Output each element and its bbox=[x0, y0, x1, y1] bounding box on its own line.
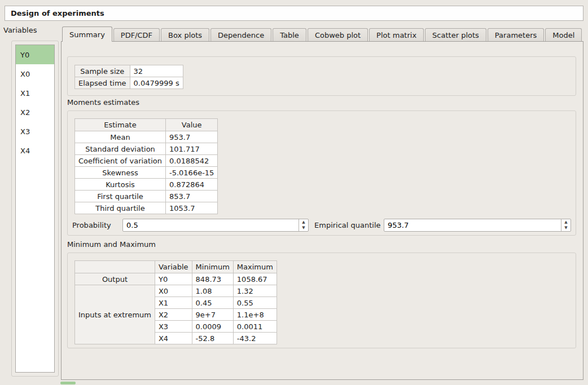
table-row: Mean 953.7 bbox=[75, 131, 218, 143]
table-row: Coefficient of variation 0.0188542 bbox=[75, 155, 218, 167]
table-row: Output Y0 848.73 1058.67 bbox=[75, 273, 277, 285]
moment-name: Skewness bbox=[75, 167, 166, 179]
probability-spinbox[interactable]: ▲ ▼ bbox=[122, 219, 309, 232]
probability-label: Probability bbox=[72, 219, 111, 232]
minmax-min: 9e+7 bbox=[192, 309, 233, 321]
table-header-row: Variable Minimum Maximum bbox=[75, 261, 277, 273]
table-row: Inputs at extremum X0 1.08 1.32 bbox=[75, 285, 277, 297]
moment-value: 1053.7 bbox=[165, 202, 217, 214]
spin-down-icon: ▼ bbox=[302, 226, 305, 230]
minmax-group-output: Output bbox=[75, 273, 155, 285]
run-info-table: Sample size 32 Elapsed time 0.0479999 s bbox=[74, 65, 183, 89]
run-info-value: 0.0479999 s bbox=[130, 77, 183, 89]
moments-groupbox: Estimate Value Mean 953.7 Standard devia… bbox=[67, 110, 576, 236]
tab-summary[interactable]: Summary bbox=[62, 26, 112, 42]
minmax-variable: X4 bbox=[155, 333, 192, 344]
moment-name: Standard deviation bbox=[75, 143, 166, 155]
moment-name: Kurtosis bbox=[75, 179, 166, 191]
variable-item-x3[interactable]: X3 bbox=[16, 122, 54, 141]
variables-list[interactable]: Y0 X0 X1 X2 X3 X4 bbox=[15, 45, 55, 373]
minmax-max: 0.55 bbox=[233, 297, 277, 309]
moment-value: 853.7 bbox=[165, 191, 217, 202]
table-row: Elapsed time 0.0479999 s bbox=[75, 77, 183, 89]
empirical-quantile-spinbox[interactable]: ▲ ▼ bbox=[384, 219, 571, 232]
empirical-quantile-spin-buttons: ▲ ▼ bbox=[561, 219, 571, 231]
tab-bar: Summary PDF/CDF Box plots Dependence Tab… bbox=[62, 26, 583, 42]
hscroll-thumb[interactable] bbox=[60, 382, 76, 384]
variable-item-label: Y0 bbox=[20, 51, 29, 59]
table-row: Third quartile 1053.7 bbox=[75, 202, 218, 214]
minmax-min: 0.0009 bbox=[192, 321, 233, 333]
tab-dependence[interactable]: Dependence bbox=[210, 28, 271, 41]
minmax-header-corner bbox=[75, 261, 155, 273]
spin-down-button[interactable]: ▼ bbox=[561, 225, 571, 232]
minmax-variable: X0 bbox=[155, 285, 192, 297]
minmax-variable: X2 bbox=[155, 309, 192, 321]
tab-scatter-plots[interactable]: Scatter plots bbox=[425, 28, 486, 41]
moments-header-estimate: Estimate bbox=[75, 119, 166, 131]
minmax-variable: X1 bbox=[155, 297, 192, 309]
moment-value: 0.872864 bbox=[165, 179, 217, 191]
moments-section-label: Moments estimates bbox=[67, 98, 139, 107]
variable-item-label: X4 bbox=[20, 147, 30, 155]
summary-tab-panel: Sample size 32 Elapsed time 0.0479999 s … bbox=[61, 41, 583, 380]
moment-value: 0.0188542 bbox=[165, 155, 217, 167]
minmax-max: 1.32 bbox=[233, 285, 277, 297]
moment-name: First quartile bbox=[75, 191, 166, 202]
table-row: Sample size 32 bbox=[75, 65, 183, 77]
minmax-max: 1.1e+8 bbox=[233, 309, 277, 321]
variable-item-x4[interactable]: X4 bbox=[16, 141, 54, 160]
variable-item-label: X2 bbox=[20, 108, 30, 117]
run-info-label: Sample size bbox=[75, 65, 130, 77]
minmax-min: 1.08 bbox=[192, 285, 233, 297]
minmax-header-maximum: Maximum bbox=[233, 261, 277, 273]
minmax-group-inputs: Inputs at extremum bbox=[75, 285, 155, 344]
tab-table[interactable]: Table bbox=[273, 28, 306, 41]
variable-item-y0[interactable]: Y0 bbox=[16, 45, 54, 64]
minmax-header-variable: Variable bbox=[155, 261, 192, 273]
minmax-section-label: Minimum and Maximum bbox=[67, 240, 156, 249]
probability-spin-buttons: ▲ ▼ bbox=[299, 219, 308, 231]
tab-pdf-cdf[interactable]: PDF/CDF bbox=[113, 28, 160, 41]
minmax-variable: Y0 bbox=[155, 273, 192, 285]
probability-input[interactable] bbox=[123, 219, 299, 231]
tab-parameters[interactable]: Parameters bbox=[488, 28, 544, 41]
moment-name: Mean bbox=[75, 131, 166, 143]
run-info-value: 32 bbox=[130, 65, 183, 77]
variable-item-label: X1 bbox=[20, 89, 30, 98]
spin-down-icon: ▼ bbox=[564, 226, 567, 230]
minmax-max: 1058.67 bbox=[233, 273, 277, 285]
minmax-header-minimum: Minimum bbox=[192, 261, 233, 273]
spin-up-icon: ▲ bbox=[302, 220, 305, 224]
spin-up-icon: ▲ bbox=[564, 220, 567, 224]
empirical-quantile-input[interactable] bbox=[384, 219, 561, 231]
run-info-label: Elapsed time bbox=[75, 77, 130, 89]
table-row: Kurtosis 0.872864 bbox=[75, 179, 218, 191]
moments-table: Estimate Value Mean 953.7 Standard devia… bbox=[74, 118, 218, 214]
moments-header-value: Value bbox=[165, 119, 217, 131]
moment-value: 953.7 bbox=[165, 131, 217, 143]
tab-model[interactable]: Model bbox=[545, 28, 582, 41]
table-row: Standard deviation 101.717 bbox=[75, 143, 218, 155]
variable-item-x2[interactable]: X2 bbox=[16, 103, 54, 122]
tab-box-plots[interactable]: Box plots bbox=[161, 28, 209, 41]
run-info-groupbox: Sample size 32 Elapsed time 0.0479999 s bbox=[67, 56, 576, 96]
spin-up-button[interactable]: ▲ bbox=[561, 219, 571, 225]
minmax-min: 0.45 bbox=[192, 297, 233, 309]
moment-value: -5.0166e-15 bbox=[165, 167, 217, 179]
tab-plot-matrix[interactable]: Plot matrix bbox=[369, 28, 424, 41]
tab-cobweb-plot[interactable]: Cobweb plot bbox=[308, 28, 368, 41]
moment-name: Coefficient of variation bbox=[75, 155, 166, 167]
spin-down-button[interactable]: ▼ bbox=[299, 225, 308, 232]
empirical-quantile-label: Empirical quantile bbox=[314, 219, 381, 232]
variable-item-x0[interactable]: X0 bbox=[16, 64, 54, 83]
document-title: Design of experiments bbox=[5, 6, 583, 21]
spin-up-button[interactable]: ▲ bbox=[299, 219, 308, 225]
moment-value: 101.717 bbox=[165, 143, 217, 155]
table-row: First quartile 853.7 bbox=[75, 191, 218, 202]
minmax-min: -52.8 bbox=[192, 333, 233, 344]
table-header-row: Estimate Value bbox=[75, 119, 218, 131]
minmax-table: Variable Minimum Maximum Output Y0 848.7… bbox=[74, 260, 277, 344]
variables-label: Variables bbox=[3, 26, 37, 34]
variable-item-x1[interactable]: X1 bbox=[16, 83, 54, 103]
